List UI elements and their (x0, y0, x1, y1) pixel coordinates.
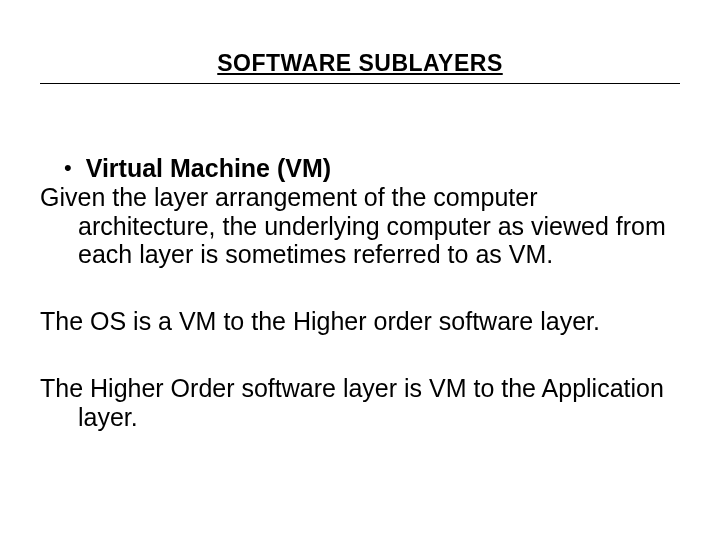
paragraph-1: Given the layer arrangement of the compu… (40, 183, 680, 269)
bullet-label: Virtual Machine (VM) (86, 154, 331, 183)
bullet-dot-icon: • (64, 154, 72, 183)
paragraph-2: The OS is a VM to the Higher order softw… (40, 307, 680, 336)
title-divider (40, 83, 680, 84)
bullet-item-vm: • Virtual Machine (VM) (64, 154, 680, 183)
paragraph-3: The Higher Order software layer is VM to… (40, 374, 680, 432)
slide-title: SOFTWARE SUBLAYERS (40, 50, 680, 77)
slide: SOFTWARE SUBLAYERS • Virtual Machine (VM… (0, 0, 720, 540)
slide-content: • Virtual Machine (VM) Given the layer a… (40, 154, 680, 431)
